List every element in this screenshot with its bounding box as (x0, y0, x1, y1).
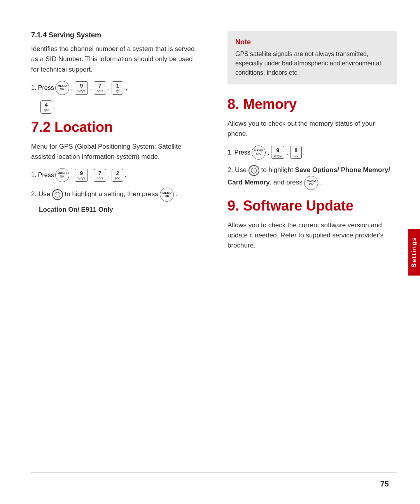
key-2abc: 2 abc (112, 169, 123, 182)
main-content: 7.1.4 Serving System Identifies the chan… (0, 0, 420, 504)
menu-ok-btn-5: MENU OK (304, 176, 318, 190)
key-7pqrs-2: 7 pqrs (94, 169, 106, 182)
key-9wxyz-2: 9 wxyz (75, 169, 88, 182)
section-8: 8. Memory Allows you to check out the me… (228, 96, 397, 190)
menu-ok-btn-4: MENU OK (252, 146, 266, 160)
step1-prefix: 1. Press (31, 84, 54, 91)
left-column: 7.1.4 Serving System Identifies the chan… (31, 31, 208, 481)
key-8tuv: 8 tuv (290, 146, 302, 159)
location-options: Location On/ E911 Only (39, 205, 200, 215)
section-8-step2: 2. Use ◯ to highlight Save Options/ Phon… (228, 165, 397, 190)
menu-ok-btn-3: MENU OK (160, 188, 174, 202)
section-72-title: 7.2 Location (31, 119, 200, 135)
divider-line (31, 472, 397, 473)
section-8-step1: 1. Press MENU OK , 9 wxyz , 8 tuv (228, 146, 397, 160)
note-title: Note (235, 38, 389, 46)
section-714: 7.1.4 Serving System Identifies the chan… (31, 31, 200, 114)
nav-circle-2: ◯ (248, 165, 259, 176)
right-column: Note GPS satellite signals are not alway… (224, 31, 397, 481)
section-714-body: Identifies the channel number of a syste… (31, 44, 200, 75)
section-9-title: 9. Software Update (228, 198, 397, 214)
step1-prefix-72: 1. Press (31, 172, 54, 179)
step1-prefix-8: 1. Press (228, 149, 250, 156)
section-72: 7.2 Location Menu for GPS (Global Positi… (31, 119, 200, 215)
section-9-body: Allows you to check the current software… (228, 220, 397, 251)
section-714-step1-cont: 4 ghi . (40, 100, 200, 114)
nav-circle-1: ◯ (52, 189, 63, 200)
note-body: GPS satellite signals are not always tra… (235, 49, 389, 77)
settings-tab: Settings (408, 229, 420, 276)
key-1at: 1 @ (112, 81, 123, 95)
section-714-title: 7.1.4 Serving System (31, 31, 200, 39)
section-8-title: 8. Memory (228, 96, 397, 112)
section-8-body: Allows you to check out the memory statu… (228, 119, 397, 139)
section-72-step1: 1. Press MENU OK , 9 wxyz , 7 pqrs (31, 168, 200, 182)
section-72-step2: 2. Use ◯ to highlight a setting, then pr… (31, 188, 200, 215)
section-714-step1: 1. Press MENU OK , 9 wxyz , 7 pqrs (31, 81, 200, 95)
settings-label: Settings (411, 237, 418, 267)
menu-ok-btn-2: MENU OK (55, 168, 69, 182)
page-number: 75 (380, 479, 389, 488)
key-9wxyz-3: 9 wxyz (271, 146, 284, 159)
page-container: 7.1.4 Serving System Identifies the chan… (0, 0, 420, 504)
note-box: Note GPS satellite signals are not alway… (228, 31, 397, 84)
key-4ghi: 4 ghi (40, 100, 52, 114)
key-7pqrs-1: 7 pqrs (94, 81, 106, 95)
menu-ok-btn-1: MENU OK (55, 81, 69, 95)
key-9wxyz-1: 9 wxyz (75, 81, 88, 95)
section-72-body: Menu for GPS (Global Positioning System:… (31, 142, 200, 162)
section-9: 9. Software Update Allows you to check t… (228, 198, 397, 251)
